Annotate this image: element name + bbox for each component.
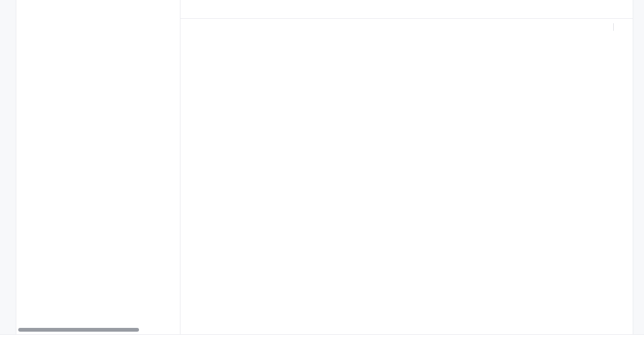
ide-window: [0, 0, 644, 348]
editor-pane: [180, 0, 633, 334]
project-tool-window: [16, 0, 180, 334]
horizontal-scrollbar[interactable]: [18, 328, 139, 332]
project-panel-header: [16, 0, 180, 19]
main-content: [0, 0, 644, 334]
editor-tab-bar: [180, 0, 633, 19]
divider: [613, 23, 614, 31]
inspections-widget[interactable]: [602, 22, 625, 32]
status-bar: [0, 334, 644, 348]
activity-bar: [0, 0, 16, 334]
right-tool-stripe: [633, 0, 644, 334]
project-tree: [16, 19, 180, 334]
code-editor[interactable]: [180, 19, 633, 334]
